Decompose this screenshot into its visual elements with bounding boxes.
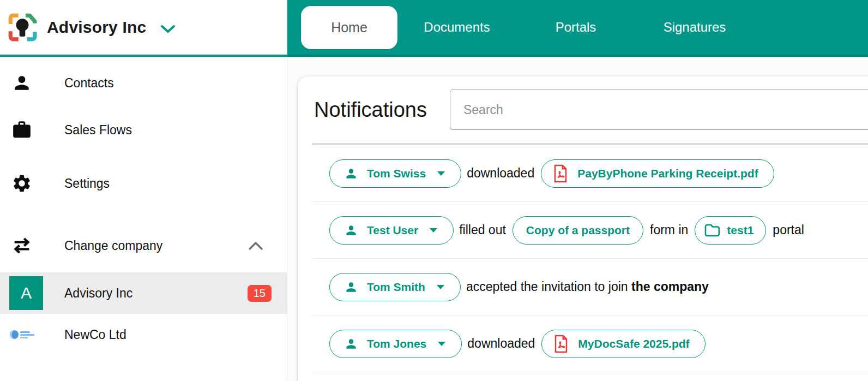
notification-row: Tom Jones downloaded MyDocSafe 2025.pdf [312, 315, 868, 372]
company-avatar: A [9, 276, 43, 310]
caret-down-icon [437, 171, 445, 176]
top-navigation: Home Documents Portals Signatures [287, 0, 868, 57]
sidebar-item-label: Contacts [64, 76, 114, 91]
file-pill[interactable]: MyDocSafe 2025.pdf [541, 330, 705, 358]
person-icon [344, 166, 358, 181]
tab-signatures[interactable]: Signatures [635, 20, 754, 35]
tab-home[interactable]: Home [301, 6, 397, 49]
actor-name: Tom Swiss [367, 167, 426, 180]
actor-pill[interactable]: Tom Jones [329, 330, 462, 358]
portal-pill[interactable]: test1 [695, 216, 766, 245]
file-name: MyDocSafe 2025.pdf [578, 337, 689, 350]
company-switcher-header[interactable]: Advisory Inc [0, 0, 287, 57]
action-text: form in [650, 223, 688, 237]
briefcase-icon [11, 119, 33, 141]
actor-pill[interactable]: Tom Swiss [329, 159, 461, 188]
sidebar-item-label: Settings [64, 176, 110, 191]
action-text: portal [773, 223, 804, 237]
action-target-bold: the company [631, 279, 709, 294]
tab-portals[interactable]: Portals [516, 20, 635, 35]
newco-logo-icon [9, 328, 38, 341]
swap-arrows-icon [11, 235, 33, 257]
sidebar: Contacts Sales Flows Settings [0, 57, 287, 381]
company-name: NewCo Ltd [64, 328, 126, 342]
company-switcher-label: Advisory Inc [47, 18, 146, 37]
notification-row: Test User filled out Copy of a passport … [312, 202, 868, 259]
card-header: Notifications [314, 90, 868, 130]
caret-down-icon [437, 341, 446, 347]
brand-logo-icon [7, 11, 38, 43]
pdf-file-icon [553, 334, 569, 354]
gear-icon [11, 172, 33, 194]
tab-documents[interactable]: Documents [397, 20, 516, 35]
sidebar-item-label: Change company [64, 239, 162, 253]
action-text: downloaded [467, 166, 534, 181]
person-icon [344, 223, 358, 237]
form-name: Copy of a passport [526, 224, 630, 237]
portal-name: test1 [727, 224, 754, 237]
page-title: Notifications [314, 98, 427, 122]
file-pill[interactable]: PayByPhone Parking Receipt.pdf [541, 159, 774, 188]
actor-name: Tom Smith [367, 281, 425, 294]
action-text: accepted the invitation to join the comp… [466, 279, 709, 294]
person-icon [344, 337, 358, 351]
sidebar-item-sales-flows[interactable]: Sales Flows [0, 106, 287, 153]
sidebar-item-label: Sales Flows [64, 123, 132, 138]
chevron-down-icon [160, 25, 176, 33]
caret-down-icon [436, 284, 445, 290]
person-icon [344, 280, 358, 294]
notifications-card: Notifications Tom Swiss downloaded [298, 76, 868, 381]
action-text: downloaded [467, 336, 535, 351]
form-pill[interactable]: Copy of a passport [513, 216, 643, 245]
top-band: Advisory Inc Home Documents Portals Sign… [0, 0, 868, 57]
notifications-list: Tom Swiss downloaded PayByPhone Parking … [312, 143, 868, 372]
app-body: Contacts Sales Flows Settings [0, 57, 868, 381]
company-name: Advisory Inc [64, 286, 132, 301]
search-input[interactable] [450, 90, 868, 130]
person-icon [11, 72, 33, 94]
company-item-advisory-inc[interactable]: A Advisory Inc 15 [0, 272, 287, 314]
pdf-file-icon [552, 164, 569, 183]
actor-pill[interactable]: Test User [329, 216, 454, 245]
notification-count-badge: 15 [248, 285, 272, 302]
notification-row: Tom Smith accepted the invitation to joi… [312, 259, 868, 315]
actor-name: Tom Jones [367, 337, 426, 350]
sidebar-item-settings[interactable]: Settings [0, 160, 287, 207]
actor-name: Test User [367, 224, 418, 237]
notification-row: Tom Swiss downloaded PayByPhone Parking … [312, 145, 868, 202]
main-area: Notifications Tom Swiss downloaded [287, 57, 868, 381]
caret-down-icon [429, 228, 438, 233]
sidebar-item-change-company[interactable]: Change company [0, 222, 287, 269]
sidebar-item-contacts[interactable]: Contacts [0, 59, 287, 106]
folder-icon [704, 223, 720, 237]
company-item-newco-ltd[interactable]: NewCo Ltd [0, 314, 287, 355]
app-root: Advisory Inc Home Documents Portals Sign… [0, 0, 868, 381]
file-name: PayByPhone Parking Receipt.pdf [577, 167, 758, 180]
action-text: filled out [459, 223, 506, 237]
chevron-up-icon [249, 242, 263, 250]
actor-pill[interactable]: Tom Smith [329, 273, 461, 301]
